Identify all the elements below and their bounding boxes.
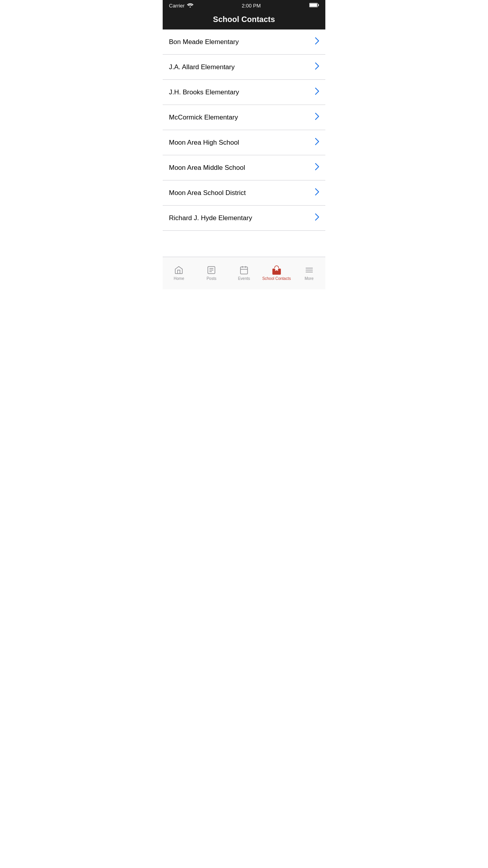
status-time: 2:00 PM xyxy=(242,3,261,9)
tab-more[interactable]: More xyxy=(293,257,325,283)
tab-posts[interactable]: Posts xyxy=(195,257,228,283)
chevron-right-icon xyxy=(315,37,319,46)
status-left: Carrier xyxy=(169,3,193,9)
tab-school-contacts[interactable]: School Contacts xyxy=(260,257,293,283)
list-item-label: Moon Area School District xyxy=(169,189,246,197)
tab-posts-label: Posts xyxy=(207,276,216,281)
svg-rect-2 xyxy=(310,4,317,7)
nav-header: School Contacts xyxy=(163,11,325,29)
chevron-right-icon xyxy=(315,213,319,223)
tab-home[interactable]: Home xyxy=(163,257,195,283)
chevron-right-icon xyxy=(315,138,319,147)
tab-bar: Home Posts Events xyxy=(163,257,325,289)
list-item[interactable]: Bon Meade Elementary xyxy=(163,29,325,55)
list-item[interactable]: J.H. Brooks Elementary xyxy=(163,80,325,105)
list-item-label: Moon Area Middle School xyxy=(169,164,245,172)
list-item-label: Richard J. Hyde Elementary xyxy=(169,214,252,222)
tab-home-label: Home xyxy=(174,276,184,281)
school-contacts-icon xyxy=(272,265,282,275)
list-item-label: Moon Area High School xyxy=(169,139,239,147)
tab-events-label: Events xyxy=(238,276,250,281)
svg-rect-1 xyxy=(318,4,319,6)
carrier-label: Carrier xyxy=(169,3,185,9)
list-item-label: McCormick Elementary xyxy=(169,114,238,121)
svg-rect-7 xyxy=(240,267,248,274)
posts-icon xyxy=(206,265,216,275)
home-icon xyxy=(174,265,184,275)
list-item-label: J.H. Brooks Elementary xyxy=(169,88,239,96)
status-bar: Carrier 2:00 PM xyxy=(163,0,325,11)
list-item[interactable]: J.A. Allard Elementary xyxy=(163,55,325,80)
page-title: School Contacts xyxy=(169,15,319,24)
list-item[interactable]: Moon Area Middle School xyxy=(163,155,325,180)
list-item[interactable]: Moon Area School District xyxy=(163,180,325,206)
tab-more-label: More xyxy=(305,276,314,281)
chevron-right-icon xyxy=(315,113,319,122)
tab-events[interactable]: Events xyxy=(228,257,261,283)
list-item[interactable]: McCormick Elementary xyxy=(163,105,325,130)
more-icon xyxy=(304,265,314,275)
battery-icon xyxy=(309,2,319,9)
list-item-label: Bon Meade Elementary xyxy=(169,38,239,46)
chevron-right-icon xyxy=(315,63,319,72)
chevron-right-icon xyxy=(315,163,319,172)
list-item-label: J.A. Allard Elementary xyxy=(169,63,235,71)
tab-school-contacts-label: School Contacts xyxy=(262,276,291,281)
list-item[interactable]: Richard J. Hyde Elementary xyxy=(163,206,325,231)
chevron-right-icon xyxy=(315,88,319,97)
content-area: Bon Meade ElementaryJ.A. Allard Elementa… xyxy=(163,29,325,257)
wifi-icon xyxy=(187,3,193,9)
status-right xyxy=(309,2,319,9)
list-item[interactable]: Moon Area High School xyxy=(163,130,325,155)
events-icon xyxy=(239,265,249,275)
chevron-right-icon xyxy=(315,188,319,197)
